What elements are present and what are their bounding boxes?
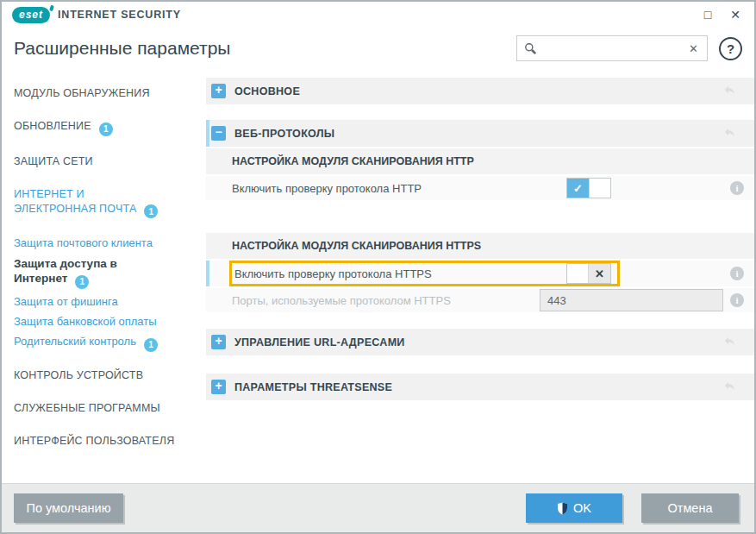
- selection-indicator-bar: [206, 120, 209, 147]
- setting-label: Порты, используемые протоколом HTTPS: [232, 294, 540, 307]
- toggle-knob: [567, 264, 589, 283]
- eset-logo-text: eset: [12, 7, 50, 23]
- eset-logo: eset: [12, 7, 50, 23]
- count-badge: 1: [144, 338, 158, 352]
- revert-icon[interactable]: [722, 84, 737, 98]
- settings-panel: + ОСНОВНОЕ − ВЕБ-ПРОТОКОЛЫ НАСТРОЙКА МОД…: [206, 76, 754, 482]
- sidebar-item-web-access-protection[interactable]: Защита доступа в Интернет1: [14, 256, 167, 289]
- sidebar-item-tools[interactable]: СЛУЖЕБНЫЕ ПРОГРАММЫ: [14, 401, 199, 416]
- toggle-knob: [589, 179, 610, 198]
- search-box[interactable]: ✕: [516, 35, 708, 61]
- count-badge: 1: [99, 123, 113, 136]
- sidebar-item-email-client-protection[interactable]: Защита почтового клиента: [14, 236, 199, 250]
- row-https-ports: Порты, используемые протоколом HTTPS i: [206, 288, 754, 312]
- maximize-button[interactable]: □: [694, 3, 722, 26]
- row-enable-http-checking: Включить проверку протокола HTTP ✓ i: [206, 176, 754, 200]
- sidebar-item-label: СЛУЖЕБНЫЕ ПРОГРАММЫ: [14, 402, 160, 414]
- sidebar-item-parental-control[interactable]: Родительский контроль1: [14, 335, 199, 352]
- cancel-button[interactable]: Отмена: [641, 493, 739, 523]
- ok-button[interactable]: OK: [526, 493, 622, 523]
- section-spacer: [206, 200, 754, 231]
- check-icon: ✓: [567, 179, 589, 198]
- sidebar-item-label: ИНТЕРНЕТ И ЭЛЕКТРОННАЯ ПОЧТА: [14, 188, 136, 215]
- group-title: НАСТРОЙКА МОДУЛЯ СКАНИРОВАНИЯ HTTP: [232, 155, 474, 167]
- sidebar-item-user-interface[interactable]: ИНТЕРФЕЙС ПОЛЬЗОВАТЕЛЯ: [14, 434, 199, 449]
- section-label: ВЕБ-ПРОТОКОЛЫ: [234, 128, 334, 140]
- selection-indicator-bar: [206, 261, 209, 286]
- sidebar-item-network-protection[interactable]: ЗАЩИТА СЕТИ: [14, 154, 199, 169]
- info-icon[interactable]: i: [730, 181, 744, 195]
- search-input[interactable]: [542, 42, 687, 55]
- expand-plus-icon[interactable]: +: [211, 335, 226, 349]
- setting-label: Включить проверку протокола HTTPS: [234, 267, 566, 280]
- info-icon[interactable]: i: [730, 293, 744, 307]
- expand-plus-icon[interactable]: +: [211, 84, 226, 98]
- section-label: УПРАВЛЕНИЕ URL-АДРЕСАМИ: [234, 336, 405, 349]
- count-badge: 1: [75, 275, 89, 289]
- sidebar-item-update[interactable]: ОБНОВЛЕНИЕ1: [14, 119, 199, 136]
- ok-button-label: OK: [573, 501, 591, 515]
- https-ports-input[interactable]: [540, 289, 723, 311]
- sidebar-item-label: Защита доступа в Интернет: [14, 257, 117, 285]
- https-check-toggle[interactable]: ✕: [566, 263, 611, 284]
- x-icon: ✕: [589, 264, 610, 283]
- window-controls: □ ✕: [694, 3, 749, 26]
- sidebar-item-label: Родительский контроль: [14, 335, 136, 348]
- sidebar-item-web-and-email[interactable]: ИНТЕРНЕТ И ЭЛЕКТРОННАЯ ПОЧТА1: [14, 187, 167, 219]
- help-button[interactable]: ?: [719, 37, 742, 60]
- content-area: МОДУЛЬ ОБНАРУЖЕНИЯ ОБНОВЛЕНИЕ1 ЗАЩИТА СЕ…: [2, 76, 754, 482]
- sidebar-item-label: МОДУЛЬ ОБНАРУЖЕНИЯ: [14, 87, 150, 99]
- revert-icon[interactable]: [722, 126, 737, 141]
- section-label: ПАРАМЕТРЫ THREATSENSE: [234, 381, 392, 393]
- collapse-minus-icon[interactable]: −: [211, 126, 226, 141]
- header: Расширенные параметры ✕ ?: [2, 28, 754, 76]
- page-title: Расширенные параметры: [14, 38, 230, 59]
- product-name: INTERNET SECURITY: [58, 9, 181, 21]
- sidebar-item-label: Защита от фишинга: [14, 295, 118, 308]
- search-highlight-box: Включить проверку протокола HTTPS ✕: [229, 261, 620, 286]
- sidebar-item-device-control[interactable]: КОНТРОЛЬ УСТРОЙСТВ: [14, 368, 199, 383]
- eset-logo-tm-mark: [49, 4, 54, 11]
- sidebar-item-label: ЗАЩИТА СЕТИ: [14, 155, 93, 167]
- default-button[interactable]: По умолчанию: [14, 493, 123, 523]
- sidebar-item-antiphishing[interactable]: Защита от фишинга: [14, 295, 199, 309]
- http-check-toggle[interactable]: ✓: [566, 178, 611, 198]
- uac-shield-icon: [557, 502, 568, 515]
- section-label: ОСНОВНОЕ: [234, 85, 300, 97]
- section-basic[interactable]: + ОСНОВНОЕ: [206, 78, 754, 104]
- count-badge: 1: [144, 204, 158, 218]
- group-http-scanner-setup: НАСТРОЙКА МОДУЛЯ СКАНИРОВАНИЯ HTTP: [206, 148, 754, 174]
- section-threatsense-parameters[interactable]: + ПАРАМЕТРЫ THREATSENSE: [206, 374, 754, 400]
- revert-icon[interactable]: [722, 380, 737, 394]
- section-url-address-management[interactable]: + УПРАВЛЕНИЕ URL-АДРЕСАМИ: [206, 329, 754, 355]
- sidebar-item-banking-protection[interactable]: Защита банковской оплаты: [14, 315, 199, 329]
- setting-label: Включить проверку протокола HTTP: [232, 182, 566, 195]
- footer-bar: По умолчанию OK Отмена: [2, 483, 754, 532]
- search-icon: [524, 42, 537, 55]
- sidebar-item-label: ОБНОВЛЕНИЕ: [14, 120, 91, 132]
- group-https-scanner-setup: НАСТРОЙКА МОДУЛЯ СКАНИРОВАНИЯ HTTPS: [206, 233, 754, 259]
- expand-plus-icon[interactable]: +: [211, 380, 226, 394]
- row-enable-https-checking: Включить проверку протокола HTTPS ✕ i: [206, 261, 754, 286]
- sidebar-item-label: Защита банковской оплаты: [14, 315, 157, 328]
- group-title: НАСТРОЙКА МОДУЛЯ СКАНИРОВАНИЯ HTTPS: [232, 240, 481, 252]
- titlebar: eset INTERNET SECURITY □ ✕: [2, 2, 754, 28]
- close-button[interactable]: ✕: [722, 3, 749, 26]
- sidebar-item-label: КОНТРОЛЬ УСТРОЙСТВ: [14, 369, 143, 381]
- info-icon[interactable]: i: [730, 267, 744, 280]
- section-web-protocols[interactable]: − ВЕБ-ПРОТОКОЛЫ: [206, 120, 754, 147]
- search-clear-icon[interactable]: ✕: [687, 42, 700, 55]
- revert-icon[interactable]: [722, 335, 737, 349]
- sidebar-item-label: ИНТЕРФЕЙС ПОЛЬЗОВАТЕЛЯ: [14, 435, 174, 447]
- sidebar-item-detection-engine[interactable]: МОДУЛЬ ОБНАРУЖЕНИЯ: [14, 86, 199, 101]
- sidebar: МОДУЛЬ ОБНАРУЖЕНИЯ ОБНОВЛЕНИЕ1 ЗАЩИТА СЕ…: [2, 76, 206, 482]
- eset-advanced-setup-window: eset INTERNET SECURITY □ ✕ Расширенные п…: [0, 0, 756, 534]
- sidebar-item-label: Защита почтового клиента: [14, 236, 153, 249]
